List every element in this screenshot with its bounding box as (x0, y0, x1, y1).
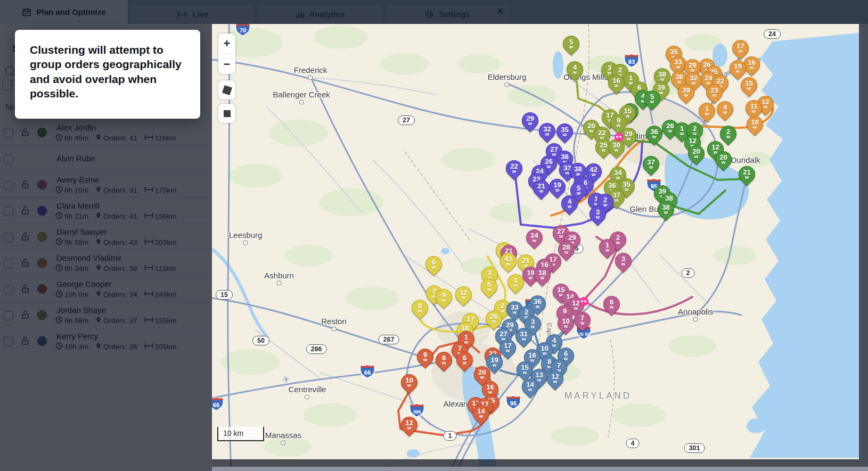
tab-settings[interactable]: Settings (384, 4, 510, 24)
lock-icon[interactable] (21, 179, 30, 192)
lock-icon[interactable] (21, 336, 30, 348)
marker-sub-label: w (763, 105, 767, 109)
marker-sub-label: w (712, 93, 716, 97)
marker-sub-label: w (441, 298, 445, 302)
road-label: MARYLAND (564, 391, 632, 401)
interstate-shield: 66 (359, 365, 376, 381)
clock-icon (55, 238, 63, 247)
marker-sub-label: w (506, 262, 510, 266)
route-shield: 27 (398, 115, 415, 125)
marker-sub-label: w (751, 109, 755, 113)
lock-icon[interactable] (21, 310, 30, 322)
marker-sub-label: w (614, 148, 618, 152)
rectangle-draw-tool[interactable] (218, 104, 235, 123)
gear-icon (424, 10, 434, 19)
lock-icon[interactable] (21, 232, 30, 244)
city-dot (243, 241, 248, 245)
marker-sub-label: w (601, 148, 605, 152)
lock-icon[interactable] (21, 127, 30, 139)
driver-checkbox[interactable] (4, 128, 13, 138)
clock-icon (55, 134, 63, 143)
distance-icon (144, 186, 153, 194)
driver-distance: 155km (155, 317, 177, 325)
driver-time: 8h 45m (64, 134, 88, 142)
marker-sub-label: w (626, 137, 630, 141)
city-dot (305, 395, 310, 400)
driver-row[interactable]: Jordan Shaye9h 56mOrders: 37155km (0, 302, 212, 328)
driver-checkbox[interactable] (4, 206, 13, 216)
driver-time: 10h 0m (64, 291, 88, 299)
marker-sub-label: w (752, 125, 756, 129)
driver-checkbox[interactable] (4, 337, 13, 346)
driver-row[interactable]: Desmond Vladimir8h 34mOrders: 38113km (0, 250, 212, 276)
marker-sub-label: w (595, 215, 599, 219)
driver-time: 8h 10m (64, 186, 88, 194)
horizontal-scrollbar[interactable] (212, 467, 868, 471)
pin-icon (95, 264, 102, 273)
driver-checkbox[interactable] (4, 180, 13, 190)
lock-icon[interactable] (21, 205, 30, 218)
driver-row[interactable]: Darryl Sawyer9h 58mOrders: 43203km (0, 224, 212, 250)
pin-icon (95, 134, 102, 143)
pin-icon (95, 186, 102, 195)
marker-sub-label: w (431, 265, 435, 269)
driver-checkbox[interactable] (4, 154, 13, 164)
marker-sub-label: w (580, 321, 584, 325)
driver-row[interactable]: Avery Esme8h 10mOrders: 31175km (0, 171, 212, 197)
driver-row[interactable]: Clara Merrill9h 21mOrders: 41156km (0, 197, 212, 224)
tab-label: Analytics (309, 10, 345, 19)
interstate-shield: 95 (505, 395, 522, 412)
marker-sub-label: w (572, 70, 576, 74)
lock-icon[interactable] (21, 258, 30, 270)
driver-row[interactable]: Kerry Percy10h 3mOrders: 36205km (0, 328, 212, 354)
driver-list: Alex Jordin8h 45mOrders: 41116kmAlvin Ru… (0, 119, 212, 354)
marker-sub-label: w (487, 287, 490, 291)
distance-icon (144, 291, 153, 299)
city-label: Ballenger Creek (273, 90, 330, 99)
marker-sub-label: w (621, 262, 625, 266)
marker-sub-label: w (417, 309, 421, 312)
marker-sub-label: w (564, 250, 568, 254)
marker-sub-label: w (660, 77, 664, 81)
distance-icon (144, 317, 153, 325)
driver-row[interactable]: George Cooper10h 0mOrders: 34249km (0, 276, 212, 302)
marker-sub-label: w (726, 135, 730, 138)
driver-row[interactable]: Alvin Rube (0, 145, 212, 171)
driver-checkbox[interactable] (4, 311, 13, 320)
driver-color-dot (37, 258, 47, 268)
calendar-icon (22, 7, 31, 17)
distance-icon (144, 134, 153, 142)
select-all-checkbox[interactable] (2, 80, 12, 90)
marker-sub-label: w (569, 45, 572, 48)
driver-checkbox[interactable] (4, 233, 13, 242)
driver-distance: 203km (155, 238, 177, 246)
marker-sub-label: w (480, 375, 484, 379)
route-shield: 15 (216, 290, 233, 299)
depot-marker[interactable] (615, 133, 624, 142)
marker-sub-label: w (559, 234, 562, 238)
driver-checkbox[interactable] (4, 285, 13, 294)
city-label: Manassas (265, 431, 301, 440)
driver-name: Avery Esme (56, 175, 100, 184)
marker-sub-label: w (479, 414, 482, 418)
map-canvas[interactable]: FrederickBallenger CreekEldersburgOwings… (212, 24, 859, 471)
zoom-out-button[interactable]: − (218, 54, 235, 75)
interstate-shield: 66 (212, 397, 225, 414)
lock-icon[interactable] (21, 284, 30, 296)
clock-icon (55, 186, 63, 195)
marker-sub-label: w (563, 324, 567, 328)
zoom-in-button[interactable]: + (218, 34, 235, 54)
close-icon[interactable]: ✕ (496, 7, 504, 16)
city-label: Leesburg (229, 230, 263, 239)
tab-analytics[interactable]: Analytics (257, 4, 383, 24)
marker-sub-label: w (677, 80, 681, 84)
driver-checkbox[interactable] (4, 259, 13, 268)
tab-live[interactable]: Live (130, 4, 256, 24)
tab-plan-and-optimize[interactable]: Plan and Optimize (0, 0, 128, 24)
polygon-draw-tool[interactable] (218, 80, 235, 100)
driver-row[interactable]: Alex Jordin8h 45mOrders: 41116km (0, 119, 212, 145)
marker-sub-label: w (589, 129, 593, 133)
driver-stats: 9h 56mOrders: 37155km (55, 316, 181, 325)
polygon-icon (222, 85, 232, 95)
depot-marker[interactable] (579, 297, 588, 306)
